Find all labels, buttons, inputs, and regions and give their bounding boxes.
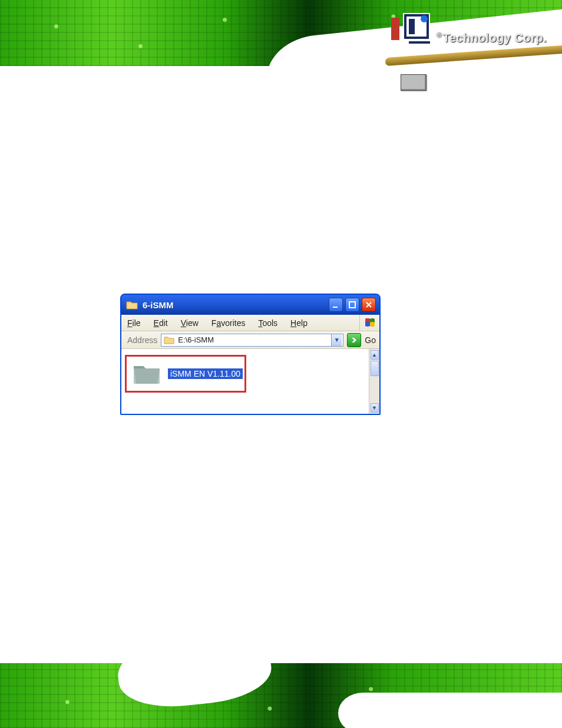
- minimize-button[interactable]: [329, 298, 343, 312]
- address-label: Address: [127, 335, 157, 345]
- window-title: 6-iSMM: [143, 300, 329, 310]
- maximize-button[interactable]: [345, 298, 359, 312]
- menu-favorites[interactable]: Favorites: [211, 318, 246, 328]
- menu-tools[interactable]: Tools: [258, 318, 277, 328]
- page-header-banner: ®Technology Corp.: [0, 0, 562, 66]
- svg-rect-3: [409, 19, 415, 34]
- address-input[interactable]: E:\6-iSMM ▼: [161, 334, 343, 347]
- file-area[interactable]: iSMM EN V1.11.00: [121, 349, 369, 414]
- menu-file[interactable]: File: [127, 318, 141, 328]
- go-button[interactable]: [347, 333, 361, 347]
- footer-swoosh-right: [338, 693, 562, 728]
- scroll-down-icon[interactable]: ▼: [371, 403, 379, 413]
- address-path: E:\6-iSMM: [178, 335, 328, 344]
- svg-rect-7: [349, 302, 355, 308]
- window-buttons: [329, 298, 376, 312]
- menubar: File Edit View Favorites Tools Help: [121, 315, 379, 331]
- brand-logo: [391, 13, 432, 45]
- explorer-window: 6-iSMM File Edit View Favorites Tools He…: [120, 294, 381, 415]
- header-chip-graphic: [401, 74, 427, 91]
- explorer-body: iSMM EN V1.11.00 ▲ ▼: [121, 349, 379, 414]
- brand-company-name: Technology Corp.: [442, 31, 547, 44]
- address-bar: Address E:\6-iSMM ▼ Go: [121, 331, 379, 349]
- svg-rect-0: [391, 18, 399, 40]
- folder-icon: [164, 335, 174, 345]
- go-label: Go: [365, 335, 376, 345]
- page-footer-banner: [0, 663, 562, 728]
- close-button[interactable]: [362, 298, 376, 312]
- scroll-thumb[interactable]: [371, 361, 379, 376]
- folder-icon: [126, 299, 138, 310]
- vertical-scrollbar[interactable]: ▲ ▼: [369, 349, 379, 414]
- svg-rect-6: [333, 307, 338, 308]
- menu-view[interactable]: View: [181, 318, 199, 328]
- svg-rect-5: [409, 41, 430, 44]
- registered-mark: ®: [436, 31, 441, 39]
- menu-edit[interactable]: Edit: [154, 318, 168, 328]
- svg-point-4: [421, 15, 428, 22]
- titlebar[interactable]: 6-iSMM: [121, 295, 379, 315]
- menu-help[interactable]: Help: [290, 318, 308, 328]
- address-dropdown-icon[interactable]: ▼: [331, 334, 342, 346]
- scroll-up-icon[interactable]: ▲: [371, 350, 379, 360]
- folder-icon: [133, 361, 161, 386]
- footer-swoosh-left: [114, 663, 274, 712]
- selected-folder-label: iSMM EN V1.11.00: [168, 368, 243, 379]
- windows-flag-icon: [359, 315, 379, 331]
- highlighted-folder-item[interactable]: iSMM EN V1.11.00: [125, 355, 246, 393]
- brand-text: ®Technology Corp.: [436, 31, 547, 45]
